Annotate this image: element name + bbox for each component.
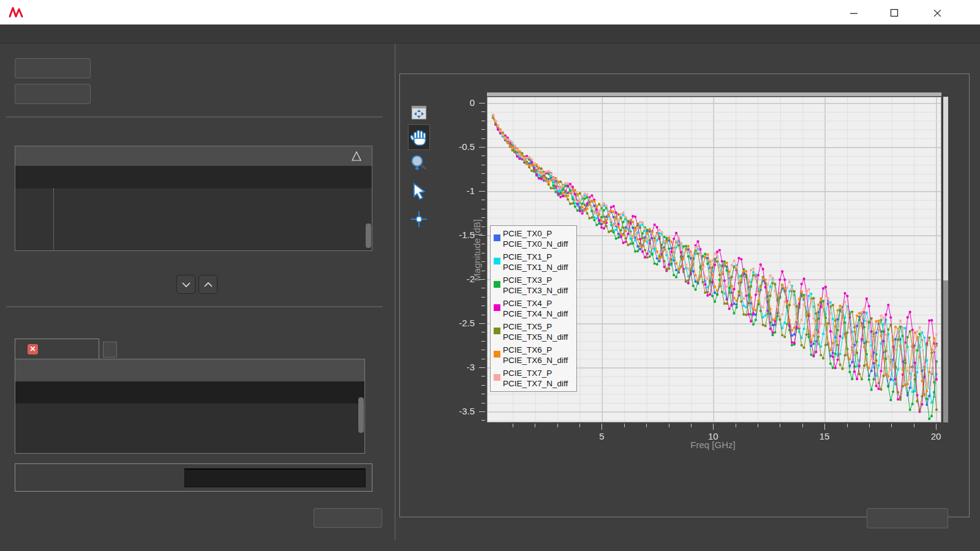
x-tick-mark — [802, 424, 803, 427]
open-new-button[interactable] — [15, 58, 91, 78]
minimize-icon — [850, 9, 858, 17]
y-tick-mark — [481, 129, 485, 130]
net-classes-header[interactable] — [15, 146, 372, 167]
y-tick-mark — [481, 376, 485, 377]
legend-entry-pcie_tx7_p: PCIE_TX7_PPCIE_TX7_N_diff — [491, 367, 576, 390]
x-tick-label: 5 — [589, 431, 614, 441]
x-tick-label: 15 — [812, 431, 837, 441]
chevron-down-icon — [181, 282, 191, 288]
y-tick-mark — [481, 350, 485, 350]
y-tick-label: 0 — [445, 97, 475, 108]
legend-entry-pcie_tx1_p: PCIE_TX1_PPCIE_TX1_N_diff — [491, 250, 576, 274]
minimize-button[interactable] — [840, 5, 868, 21]
legend-swatch — [494, 304, 500, 311]
run-test-plan-button[interactable] — [314, 508, 382, 528]
maximize-icon — [890, 9, 899, 17]
x-tick-label: 20 — [924, 431, 948, 441]
x-tick-mark — [713, 424, 714, 430]
y-tick-label: -1 — [445, 186, 475, 196]
y-tick-mark — [479, 191, 485, 192]
generate-report-button[interactable] — [867, 508, 948, 528]
x-tick-mark — [869, 424, 870, 427]
x-tick-mark — [914, 424, 914, 427]
x-axis-title: Freq [GHz] — [652, 440, 774, 450]
chart-top-scrollbar[interactable] — [487, 92, 941, 96]
y-tick-mark — [481, 420, 485, 421]
x-tick-mark — [780, 424, 780, 427]
y-tick-mark — [479, 367, 485, 368]
y-tick-mark — [481, 288, 485, 288]
move-down-button[interactable] — [176, 275, 195, 294]
cursor-arrow-icon — [411, 182, 427, 200]
tab-testplan1[interactable]: ✕ — [15, 339, 99, 359]
x-tick-mark — [691, 424, 692, 427]
y-tick-label: -2 — [445, 274, 475, 284]
close-button[interactable] — [923, 5, 951, 21]
keysight-logo-icon — [9, 6, 23, 19]
net-classes-table — [15, 146, 372, 251]
y-tick-mark — [479, 235, 485, 236]
y-tick-mark — [481, 394, 485, 394]
y-tick-mark — [481, 156, 485, 156]
y-tick-mark — [481, 261, 485, 262]
y-tick-label: -2.5 — [445, 318, 475, 328]
fit-view-icon — [411, 105, 427, 120]
view-substrate-button[interactable] — [15, 84, 91, 104]
y-tick-mark — [481, 165, 485, 165]
zref-input[interactable] — [184, 468, 366, 487]
sort-ascending-icon[interactable] — [351, 151, 362, 162]
chart-vscroll-thumb[interactable] — [943, 97, 948, 280]
x-tick-mark — [535, 424, 535, 427]
legend-swatch — [494, 351, 500, 358]
testplan-table — [15, 359, 365, 454]
app-window: ✕ — [0, 0, 980, 551]
y-tick-mark — [481, 271, 485, 271]
section-divider-2 — [6, 306, 383, 307]
y-tick-mark — [481, 138, 485, 139]
y-tick-label: -0.5 — [445, 141, 475, 152]
legend-swatch — [494, 328, 500, 334]
x-tick-mark — [758, 424, 758, 427]
y-tick-mark — [481, 385, 485, 386]
y-tick-mark — [479, 103, 485, 103]
y-tick-mark — [481, 341, 485, 342]
zoom-tool-button[interactable] — [409, 153, 429, 173]
legend-swatch — [494, 234, 500, 241]
y-tick-mark — [481, 359, 485, 359]
y-tick-mark — [481, 315, 485, 315]
zoom-icon — [410, 154, 428, 171]
y-tick-mark — [481, 403, 485, 403]
y-tick-mark — [481, 217, 485, 218]
add-testplan-button[interactable] — [103, 342, 117, 358]
select-tool-button[interactable] — [409, 181, 429, 201]
marker-crosshair-icon — [410, 211, 428, 228]
y-tick-mark — [481, 253, 485, 253]
maximize-button[interactable] — [880, 5, 908, 21]
testplan-scrollbar-thumb[interactable] — [358, 397, 364, 433]
move-up-button[interactable] — [198, 275, 217, 294]
y-tick-label: -1.5 — [445, 230, 475, 240]
close-tab-icon[interactable]: ✕ — [28, 344, 38, 354]
y-tick-mark — [479, 279, 485, 280]
title-bar — [0, 0, 980, 24]
menu-bar — [0, 24, 980, 43]
marker-tool-button[interactable] — [409, 209, 429, 229]
y-tick-mark — [481, 111, 485, 112]
y-tick-mark — [481, 200, 485, 200]
x-tick-mark — [624, 424, 625, 427]
zref-group — [15, 463, 372, 492]
x-tick-mark — [891, 424, 892, 427]
fit-view-tool-button[interactable] — [409, 103, 429, 122]
y-tick-mark — [481, 121, 485, 121]
chart-legend: PCIE_TX0_PPCIE_TX0_N_diffPCIE_TX1_PPCIE_… — [490, 225, 577, 392]
pan-tool-button[interactable] — [408, 124, 430, 150]
x-tick-mark — [646, 424, 647, 427]
chart-vertical-scrollbar[interactable] — [943, 97, 948, 422]
y-tick-mark — [479, 147, 485, 148]
y-tick-mark — [481, 173, 485, 174]
net-class-group-row[interactable] — [15, 167, 372, 189]
y-tick-mark — [481, 182, 485, 183]
net-classes-scrollbar-thumb[interactable] — [366, 223, 371, 248]
y-tick-mark — [479, 323, 485, 324]
y-tick-label: -3.5 — [445, 406, 475, 416]
